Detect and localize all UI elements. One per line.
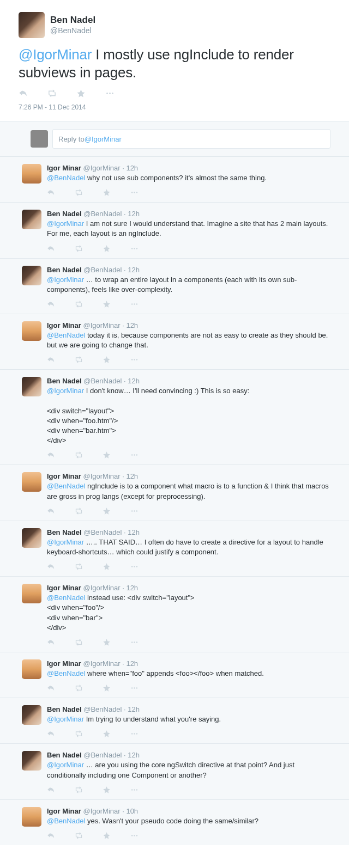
favorite-button[interactable] xyxy=(103,188,111,197)
avatar[interactable] xyxy=(22,705,41,725)
avatar[interactable] xyxy=(19,12,45,38)
retweet-button[interactable] xyxy=(75,507,83,515)
reply-author-name[interactable]: Ben Nadel xyxy=(47,705,82,713)
more-button[interactable] xyxy=(130,684,139,692)
avatar[interactable] xyxy=(22,807,41,827)
retweet-button[interactable] xyxy=(47,89,57,98)
reply-item[interactable]: Ben Nadel @BenNadel · 12h@IgorMinar Im t… xyxy=(0,698,349,744)
reply-author-name[interactable]: Igor Minar xyxy=(47,584,81,592)
retweet-button[interactable] xyxy=(75,786,83,794)
favorite-button[interactable] xyxy=(103,356,111,364)
avatar[interactable] xyxy=(22,659,41,679)
mention-link[interactable]: @BenNadel xyxy=(47,669,85,677)
mention-link[interactable]: @BenNadel xyxy=(47,331,85,339)
reply-author-handle[interactable]: @BenNadel xyxy=(82,751,122,759)
avatar[interactable] xyxy=(22,377,41,396)
reply-item[interactable]: Igor Minar @IgorMinar · 12h@BenNadel ins… xyxy=(0,577,349,652)
reply-author-handle[interactable]: @BenNadel xyxy=(82,210,122,218)
reply-button[interactable] xyxy=(47,563,55,571)
reply-item[interactable]: Igor Minar @IgorMinar · 12h@BenNadel ngI… xyxy=(0,465,349,521)
favorite-button[interactable] xyxy=(103,563,111,571)
reply-author-name[interactable]: Ben Nadel xyxy=(47,377,82,385)
favorite-button[interactable] xyxy=(103,730,111,738)
mention-link[interactable]: @IgorMinar xyxy=(47,276,84,284)
reply-time[interactable]: 12h xyxy=(128,266,140,274)
reply-item[interactable]: Ben Nadel @BenNadel · 12h@IgorMinar ….. … xyxy=(0,521,349,577)
more-button[interactable] xyxy=(130,638,139,646)
reply-item[interactable]: Ben Nadel @BenNadel · 12h@IgorMinar … to… xyxy=(0,259,349,314)
favorite-button[interactable] xyxy=(103,507,111,515)
reply-author-name[interactable]: Igor Minar xyxy=(47,164,81,172)
favorite-button[interactable] xyxy=(76,89,86,98)
reply-author-handle[interactable]: @BenNadel xyxy=(82,528,122,536)
reply-author-name[interactable]: Igor Minar xyxy=(47,321,81,329)
avatar[interactable] xyxy=(22,164,41,184)
reply-input[interactable]: Reply to @IgorMinar xyxy=(52,129,330,149)
retweet-button[interactable] xyxy=(75,684,83,692)
reply-time[interactable]: 12h xyxy=(126,584,138,592)
favorite-button[interactable] xyxy=(103,786,111,794)
reply-author-handle[interactable]: @IgorMinar xyxy=(81,807,121,815)
more-button[interactable] xyxy=(130,563,139,571)
reply-time[interactable]: 12h xyxy=(128,528,140,536)
more-button[interactable] xyxy=(130,244,139,253)
reply-item[interactable]: Igor Minar @IgorMinar · 12h@BenNadel whe… xyxy=(0,652,349,698)
reply-author-handle[interactable]: @BenNadel xyxy=(82,377,122,385)
more-button[interactable] xyxy=(130,786,139,794)
avatar[interactable] xyxy=(22,472,41,492)
mention-link[interactable]: @IgorMinar xyxy=(47,761,84,769)
retweet-button[interactable] xyxy=(75,356,83,364)
reply-author-handle[interactable]: @IgorMinar xyxy=(81,584,121,592)
mention-link[interactable]: @BenNadel xyxy=(47,482,85,490)
author-block[interactable]: Ben Nadel @BenNadel xyxy=(50,15,95,35)
reply-item[interactable]: Igor Minar @IgorMinar · 12h@BenNadel why… xyxy=(0,157,349,203)
reply-author-name[interactable]: Ben Nadel xyxy=(47,210,82,218)
reply-author-name[interactable]: Igor Minar xyxy=(47,807,81,815)
reply-time[interactable]: 12h xyxy=(128,751,140,759)
reply-button[interactable] xyxy=(47,786,55,794)
reply-time[interactable]: 10h xyxy=(126,807,138,815)
reply-button[interactable] xyxy=(47,300,55,308)
avatar[interactable] xyxy=(22,528,41,548)
reply-author-handle[interactable]: @BenNadel xyxy=(82,705,122,713)
reply-author-handle[interactable]: @IgorMinar xyxy=(81,321,121,329)
reply-button[interactable] xyxy=(47,507,55,515)
reply-author-name[interactable]: Ben Nadel xyxy=(47,266,82,274)
tweet-timestamp[interactable]: 7:26 PM - 11 Dec 2014 xyxy=(19,103,330,111)
reply-button[interactable] xyxy=(47,244,55,253)
reply-item[interactable]: Ben Nadel @BenNadel · 12h@IgorMinar I do… xyxy=(0,370,349,465)
favorite-button[interactable] xyxy=(103,300,111,308)
favorite-button[interactable] xyxy=(103,244,111,253)
retweet-button[interactable] xyxy=(75,563,83,571)
reply-time[interactable]: 12h xyxy=(128,705,140,713)
retweet-button[interactable] xyxy=(75,451,83,459)
more-button[interactable] xyxy=(130,730,139,738)
reply-item[interactable]: Igor Minar @IgorMinar · 12h@BenNadel tod… xyxy=(0,314,349,370)
mention-link[interactable]: @IgorMinar xyxy=(47,538,84,546)
reply-author-name[interactable]: Ben Nadel xyxy=(47,528,82,536)
reply-button[interactable] xyxy=(47,451,55,459)
avatar[interactable] xyxy=(22,321,41,341)
favorite-button[interactable] xyxy=(103,832,111,840)
favorite-button[interactable] xyxy=(103,638,111,646)
avatar[interactable] xyxy=(22,210,41,229)
mention-link[interactable]: @IgorMinar xyxy=(19,46,92,63)
reply-author-handle[interactable]: @BenNadel xyxy=(82,266,122,274)
reply-item[interactable]: Igor Minar @IgorMinar · 10h@BenNadel yes… xyxy=(0,800,349,845)
favorite-button[interactable] xyxy=(103,684,111,692)
reply-author-handle[interactable]: @IgorMinar xyxy=(81,164,121,172)
reply-button[interactable] xyxy=(47,356,55,364)
more-button[interactable] xyxy=(130,300,139,308)
reply-time[interactable]: 12h xyxy=(128,210,140,218)
avatar[interactable] xyxy=(22,266,41,285)
reply-time[interactable]: 12h xyxy=(126,321,138,329)
mention-link[interactable]: @BenNadel xyxy=(47,817,85,825)
mention-link[interactable]: @IgorMinar xyxy=(47,715,84,723)
reply-button[interactable] xyxy=(47,684,55,692)
avatar[interactable] xyxy=(22,584,41,603)
more-button[interactable] xyxy=(130,832,139,840)
retweet-button[interactable] xyxy=(75,244,83,253)
retweet-button[interactable] xyxy=(75,188,83,197)
more-button[interactable] xyxy=(130,356,139,364)
reply-time[interactable]: 12h xyxy=(126,472,138,480)
